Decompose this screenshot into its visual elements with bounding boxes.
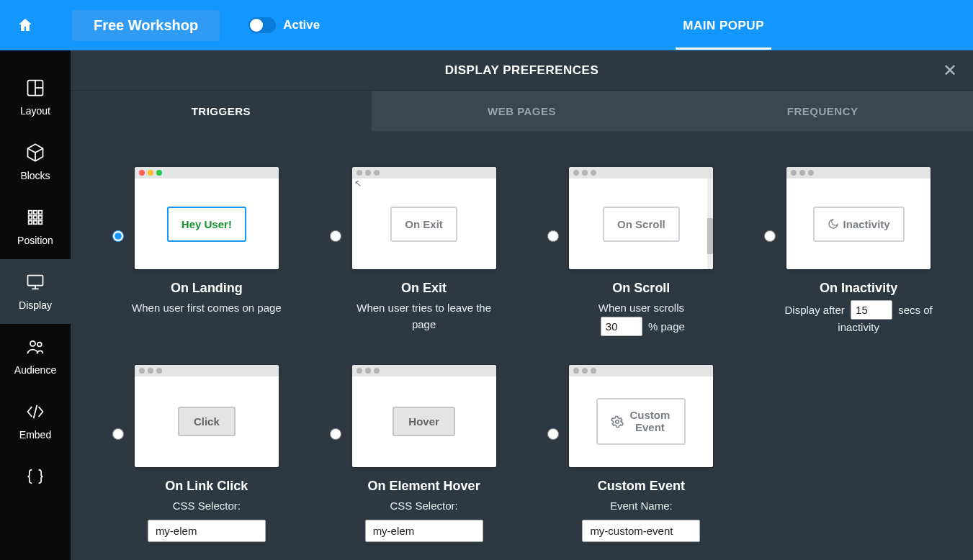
desc-exit: When user tries to leave the page: [345, 300, 503, 333]
sub-tabs: TRIGGERS WEB PAGES FREQUENCY: [71, 91, 973, 131]
trigger-option-landing: Hey User! On Landing When user first com…: [99, 167, 314, 336]
sidebar-item-display[interactable]: Display: [0, 259, 71, 324]
title-scroll: On Scroll: [612, 281, 670, 296]
people-icon: [25, 337, 45, 357]
radio-custom[interactable]: [547, 428, 559, 440]
cube-icon: [25, 143, 45, 163]
panel-title: DISPLAY PREFERENCES: [445, 63, 599, 78]
grid-icon: [25, 207, 45, 227]
desc-scroll: When user scrolls % page: [598, 300, 685, 336]
sidebar-item-layout[interactable]: Layout: [0, 65, 71, 130]
tab-main-popup[interactable]: MAIN POPUP: [676, 1, 771, 50]
trigger-option-click: Click On Link Click CSS Selector:: [99, 365, 314, 543]
chip-landing: Hey User!: [167, 207, 246, 242]
braces-icon: [25, 466, 45, 487]
trigger-option-inactivity: Inactivity On Inactivity Display after s…: [751, 167, 966, 336]
tab-frequency[interactable]: FREQUENCY: [672, 91, 973, 131]
active-toggle[interactable]: [248, 17, 276, 33]
inactivity-secs-input[interactable]: [851, 300, 892, 320]
tab-web-pages[interactable]: WEB PAGES: [372, 91, 673, 131]
preview-hover[interactable]: Hover: [352, 365, 496, 467]
svg-rect-6: [39, 211, 42, 214]
chip-inactivity: Inactivity: [813, 207, 905, 242]
preview-click[interactable]: Click: [135, 365, 279, 467]
svg-point-19: [616, 420, 619, 423]
svg-rect-13: [28, 276, 43, 286]
moon-icon: [828, 218, 839, 230]
svg-rect-7: [29, 216, 32, 220]
chip-exit: On Exit: [390, 207, 457, 242]
radio-inactivity[interactable]: [764, 230, 776, 242]
radio-hover[interactable]: [330, 428, 341, 440]
chip-custom: Custom Event: [596, 398, 686, 445]
topbar: Free Workshop Active MAIN POPUP: [0, 0, 973, 50]
desc-inactivity: Display after secs of inactivity: [779, 300, 938, 336]
svg-rect-12: [39, 221, 42, 225]
svg-point-17: [37, 343, 42, 347]
title-custom: Custom Event: [598, 479, 685, 494]
workspace-name[interactable]: Free Workshop: [72, 10, 220, 41]
svg-rect-5: [34, 211, 37, 214]
active-label: Active: [283, 18, 320, 32]
svg-line-18: [34, 405, 37, 419]
home-button[interactable]: [0, 17, 50, 34]
radio-click[interactable]: [112, 428, 124, 440]
hover-selector-input[interactable]: [365, 520, 483, 542]
sidebar-item-audience[interactable]: Audience: [0, 324, 71, 389]
home-icon: [17, 17, 34, 34]
trigger-option-custom: Custom Event Custom Event Event Name:: [534, 365, 749, 543]
code-icon: [25, 402, 45, 422]
radio-landing[interactable]: [112, 230, 124, 242]
chip-click: Click: [178, 407, 236, 436]
label-hover: CSS Selector:: [390, 498, 458, 515]
desc-landing: When user first comes on page: [132, 300, 282, 317]
sidebar-item-blocks[interactable]: Blocks: [0, 130, 71, 194]
sidebar-item-more[interactable]: [0, 453, 71, 487]
click-selector-input[interactable]: [148, 520, 266, 542]
svg-rect-10: [29, 221, 32, 225]
preview-scroll[interactable]: On Scroll: [569, 167, 713, 269]
title-click: On Link Click: [165, 479, 248, 494]
trigger-option-scroll: On Scroll On Scroll When user scrolls % …: [534, 167, 749, 336]
sidebar-item-embed[interactable]: Embed: [0, 389, 71, 453]
svg-rect-8: [34, 216, 37, 220]
svg-rect-11: [34, 221, 37, 225]
title-hover: On Element Hover: [368, 479, 480, 494]
custom-event-input[interactable]: [582, 520, 700, 542]
cursor-icon: ↖: [354, 179, 362, 189]
trigger-option-hover: Hover On Element Hover CSS Selector:: [317, 365, 532, 543]
svg-point-16: [30, 341, 35, 346]
close-button[interactable]: ✕: [943, 60, 958, 81]
svg-rect-4: [29, 211, 32, 214]
sidebar: Layout Blocks Position Display: [0, 50, 71, 560]
svg-rect-9: [39, 216, 42, 220]
preview-custom[interactable]: Custom Event: [569, 365, 713, 467]
tab-triggers[interactable]: TRIGGERS: [71, 91, 372, 131]
preview-landing[interactable]: Hey User!: [135, 167, 279, 269]
layout-icon: [25, 78, 45, 98]
label-custom: Event Name:: [610, 498, 673, 515]
radio-exit[interactable]: [330, 230, 341, 242]
sidebar-item-position[interactable]: Position: [0, 194, 71, 259]
label-click: CSS Selector:: [173, 498, 241, 515]
chip-scroll: On Scroll: [603, 207, 680, 242]
scroll-percent-input[interactable]: [601, 317, 642, 336]
trigger-option-exit: ↖ On Exit On Exit When user tries to lea…: [317, 167, 532, 336]
title-landing: On Landing: [171, 281, 243, 296]
radio-scroll[interactable]: [547, 230, 559, 242]
monitor-icon: [25, 272, 45, 292]
gear-icon: [611, 415, 624, 428]
chip-hover: Hover: [393, 407, 455, 436]
preview-inactivity[interactable]: Inactivity: [786, 167, 931, 269]
title-exit: On Exit: [401, 281, 447, 296]
preview-exit[interactable]: ↖ On Exit: [352, 167, 496, 269]
panel-title-bar: DISPLAY PREFERENCES ✕: [71, 50, 973, 91]
title-inactivity: On Inactivity: [820, 281, 897, 296]
